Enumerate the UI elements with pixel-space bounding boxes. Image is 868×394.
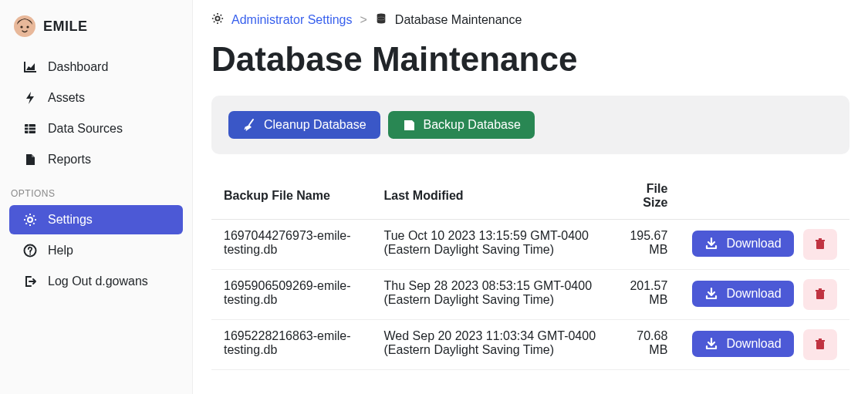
breadcrumb-leaf: Database Maintenance [395,13,522,27]
backup-database-button[interactable]: Backup Database [388,111,535,139]
table-icon [23,122,37,136]
cell-name: 1695906509269-emile-testing.db [211,270,372,320]
cell-size: 195.67 MB [611,220,681,270]
cell-size: 70.68 MB [611,320,681,370]
button-label: Download [726,237,781,251]
save-icon [402,118,416,132]
cell-size: 201.57 MB [611,270,681,320]
button-label: Download [726,337,781,351]
main: Administrator Settings > Database Mainte… [193,0,868,394]
sidebar-item-logout[interactable]: Log Out d.gowans [9,267,183,296]
trash-icon [813,337,827,353]
download-button[interactable]: Download [692,331,793,357]
sidebar-item-settings[interactable]: Settings [9,205,183,234]
sidebar-item-assets[interactable]: Assets [9,83,183,113]
action-bar: Cleanup Database Backup Database [211,96,849,154]
sidebar-item-label: Assets [48,91,85,105]
nav-options: Settings Help Log Out d.gowans [0,205,192,296]
nav-main: Dashboard Assets Data Sources Reports [0,52,192,174]
sidebar-item-help[interactable]: Help [9,236,183,265]
breadcrumb-sep: > [360,13,367,27]
brand: EMILE [0,11,192,51]
table-row: 1697044276973-emile-testing.db Tue Oct 1… [211,220,849,270]
breadcrumb-root-link[interactable]: Administrator Settings [231,13,353,27]
sidebar-item-label: Dashboard [48,60,108,74]
download-icon [704,287,718,301]
trash-icon [813,237,827,253]
col-actions [680,173,849,220]
bolt-icon [23,91,37,105]
button-label: Download [726,287,781,301]
delete-button[interactable] [803,279,837,310]
download-button[interactable]: Download [692,281,793,307]
gear-icon [23,213,37,227]
cell-modified: Tue Oct 10 2023 13:15:59 GMT-0400 (Easte… [372,220,611,270]
cell-name: 1697044276973-emile-testing.db [211,220,372,270]
table-row: 1695906509269-emile-testing.db Thu Sep 2… [211,270,849,320]
help-icon [23,244,37,258]
col-modified: Last Modified [372,173,611,220]
cell-actions: Download [680,270,849,320]
sidebar-item-label: Settings [48,213,93,227]
chart-area-icon [23,60,37,74]
logout-icon [23,274,37,288]
col-size: File Size [611,173,681,220]
page-title: Database Maintenance [211,40,849,79]
delete-button[interactable] [803,329,837,360]
download-button[interactable]: Download [692,231,793,257]
sidebar-item-dashboard[interactable]: Dashboard [9,52,183,82]
cell-actions: Download [680,320,849,370]
sidebar-item-data-sources[interactable]: Data Sources [9,114,183,143]
cell-modified: Wed Sep 20 2023 11:03:34 GMT-0400 (Easte… [372,320,611,370]
database-icon [375,12,387,28]
broom-icon [242,118,256,132]
sidebar-item-reports[interactable]: Reports [9,145,183,174]
table-row: 1695228216863-emile-testing.db Wed Sep 2… [211,320,849,370]
cell-modified: Thu Sep 28 2023 08:53:15 GMT-0400 (Easte… [372,270,611,320]
delete-button[interactable] [803,229,837,260]
sidebar-item-label: Help [48,244,73,258]
sidebar-item-label: Data Sources [48,122,123,136]
cleanup-database-button[interactable]: Cleanup Database [228,111,380,139]
sidebar-options-heading: OPTIONS [0,176,192,204]
button-label: Backup Database [424,118,521,132]
sidebar: EMILE Dashboard Assets Data Sources Repo… [0,0,193,394]
cell-actions: Download [680,220,849,270]
download-icon [704,337,718,351]
sidebar-item-label: Log Out d.gowans [48,274,148,288]
trash-icon [813,287,827,303]
col-name: Backup File Name [211,173,372,220]
backup-table: Backup File Name Last Modified File Size… [211,173,849,370]
avatar-icon [14,15,35,37]
button-label: Cleanup Database [264,118,366,132]
file-icon [23,153,37,167]
brand-name: EMILE [43,19,88,35]
sidebar-item-label: Reports [48,153,91,167]
cell-name: 1695228216863-emile-testing.db [211,320,372,370]
download-icon [704,237,718,251]
gear-icon [211,12,224,28]
breadcrumb: Administrator Settings > Database Mainte… [211,12,849,28]
